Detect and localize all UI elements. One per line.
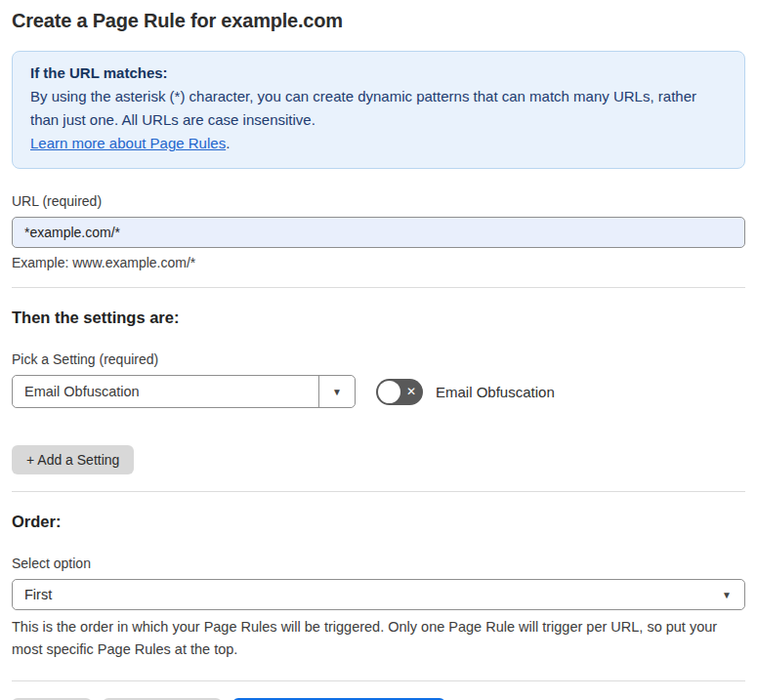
order-select-label: Select option (12, 556, 745, 571)
divider (12, 287, 745, 288)
divider (12, 680, 745, 681)
info-box-link-line: Learn more about Page Rules. (30, 132, 727, 155)
page-title: Create a Page Rule for example.com (12, 10, 745, 32)
divider (12, 491, 745, 492)
setting-row: Email Obfuscation ▼ ✕ Email Obfuscation (12, 375, 745, 408)
url-example-hint: Example: www.example.com/* (12, 255, 745, 270)
toggle-off-icon: ✕ (406, 379, 416, 405)
info-box-body: By using the asterisk (*) character, you… (30, 85, 727, 132)
link-suffix: . (226, 135, 230, 151)
order-select-value: First (24, 587, 52, 602)
setting-dropdown[interactable]: Email Obfuscation ▼ (12, 375, 356, 408)
pick-setting-label: Pick a Setting (required) (12, 351, 745, 367)
order-select[interactable]: First ▼ (12, 579, 745, 610)
toggle-knob (378, 381, 400, 403)
toggle-label: Email Obfuscation (436, 384, 555, 400)
info-box-heading: If the URL matches: (30, 62, 727, 85)
create-page-rule-form: Create a Page Rule for example.com If th… (0, 10, 757, 700)
order-help-text: This is the order in which your Page Rul… (12, 616, 739, 661)
chevron-down-icon[interactable]: ▼ (318, 376, 355, 407)
learn-more-link[interactable]: Learn more about Page Rules (30, 135, 226, 151)
add-setting-button[interactable]: + Add a Setting (12, 445, 134, 474)
settings-section-heading: Then the settings are: (12, 309, 745, 327)
order-section-heading: Order: (12, 513, 745, 531)
setting-dropdown-value: Email Obfuscation (13, 376, 318, 407)
chevron-down-icon: ▼ (722, 580, 732, 609)
url-field-label: URL (required) (12, 193, 745, 209)
email-obfuscation-toggle[interactable]: ✕ (376, 379, 423, 405)
url-input[interactable] (12, 217, 745, 248)
url-match-info-box: If the URL matches: By using the asteris… (12, 51, 745, 169)
